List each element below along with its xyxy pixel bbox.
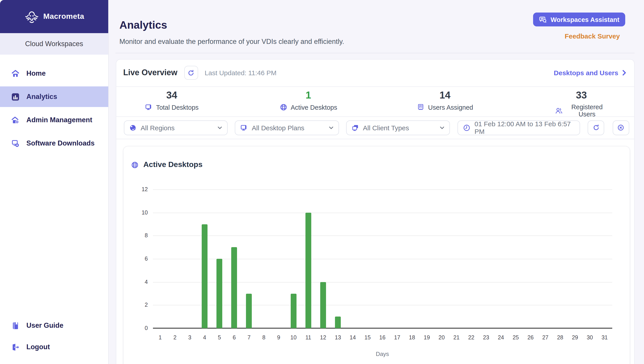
logout-door-icon (11, 343, 20, 351)
x-axis-tick-label: 20 (434, 334, 449, 341)
feedback-survey-link[interactable]: Feedback Survey (564, 32, 620, 40)
stat-label-text: Users Assigned (428, 104, 473, 111)
sidebar-item-admin-management[interactable]: Admin Management (0, 110, 108, 130)
live-overview-row: Live Overview Last Updated: 11:46 PM Des… (116, 59, 634, 86)
chevron-down-icon (217, 125, 222, 130)
bar-day-7 (246, 293, 252, 328)
circle-x-icon (617, 124, 624, 131)
sidebar-item-logout[interactable]: Logout (0, 337, 108, 357)
bar-day-5 (216, 259, 222, 328)
chevron-down-icon (328, 125, 334, 130)
sidebar-item-software-downloads[interactable]: Software Downloads (0, 133, 108, 153)
bar-chart-plot (153, 190, 612, 328)
monitor-icon (145, 103, 152, 111)
desktop-plan-filter-dropdown[interactable]: All Desktop Plans (235, 120, 339, 135)
chevron-right-icon (621, 70, 627, 76)
x-axis-tick-label: 22 (464, 334, 478, 341)
x-axis-tick-label: 7 (242, 334, 256, 341)
bar-chart-icon (11, 92, 20, 101)
x-axis-tick-label: 13 (330, 334, 345, 341)
refresh-icon (188, 69, 194, 77)
last-updated-text: Last Updated: 11:46 PM (204, 69, 276, 77)
x-axis-tick-label: 30 (582, 334, 597, 341)
x-axis-tick-label: 8 (256, 334, 271, 341)
sidebar-item-label: Logout (26, 343, 50, 351)
bar-day-4 (202, 224, 208, 328)
chart-title: Active Desktops (143, 160, 202, 169)
desktop-plan-filter-value: All Desktop Plans (252, 124, 304, 131)
x-axis-title: Days (153, 350, 612, 357)
users-icon (555, 107, 563, 114)
y-axis-tick-label: 6 (129, 256, 148, 262)
date-range-picker[interactable]: 01 Feb 12:00 AM to 13 Feb 6:57 PM (458, 120, 580, 135)
x-axis-tick-label: 21 (449, 334, 464, 341)
sidebar-item-home[interactable]: Home (0, 63, 108, 84)
x-axis-tick-label: 12 (316, 334, 330, 341)
book-icon (11, 321, 20, 330)
x-axis-tick-label: 14 (345, 334, 360, 341)
user-check-list-icon (417, 103, 424, 111)
region-filter-value: All Regions (141, 124, 175, 131)
chat-assistant-icon (539, 16, 547, 24)
x-axis-tick-label: 19 (420, 334, 434, 341)
y-axis-tick-label: 8 (129, 233, 148, 239)
x-axis-tick-label: 6 (227, 334, 242, 341)
date-range-value: 01 Feb 12:00 AM to 13 Feb 6:57 PM (474, 120, 575, 135)
bar-day-12 (320, 282, 326, 328)
stat-value: 1 (280, 90, 337, 101)
stat-value: 34 (145, 90, 198, 101)
sidebar-item-label: User Guide (26, 321, 63, 329)
admin-home-gear-icon (11, 116, 20, 124)
refresh-icon (592, 124, 600, 131)
globe-icon (131, 161, 138, 168)
x-axis-tick-label: 9 (271, 334, 286, 341)
x-axis-tick-label: 15 (360, 334, 375, 341)
macrometa-logo-icon (24, 10, 39, 23)
client-type-filter-dropdown[interactable]: All Client Types (346, 120, 450, 135)
x-axis-tick-label: 28 (553, 334, 568, 341)
filters-clear-button[interactable] (612, 120, 629, 135)
sidebar: Macrometa Cloud Workspaces HomeAnalytics… (0, 0, 109, 364)
main-content: Analytics Monitor and evaluate the perfo… (109, 0, 644, 364)
region-filter-dropdown[interactable]: All Regions (124, 120, 228, 135)
sidebar-item-label: Analytics (26, 93, 57, 101)
globe-region-icon (129, 124, 137, 131)
clock-icon (463, 124, 470, 131)
sidebar-item-label: Admin Management (26, 116, 92, 124)
active-desktops-chart-card: Active Desktops 024681012123456789101112… (123, 146, 630, 364)
x-axis-tick-label: 16 (375, 334, 390, 341)
sidebar-nav: HomeAnalyticsAdmin ManagementSoftware Do… (0, 63, 108, 153)
globe-icon (280, 103, 287, 111)
stat-label: Users Assigned (417, 103, 473, 111)
y-axis-tick-label: 0 (129, 325, 148, 331)
divider (116, 139, 634, 139)
desktops-and-users-link[interactable]: Desktops and Users (554, 69, 627, 77)
desktops-and-users-label: Desktops and Users (554, 69, 618, 77)
filters-refresh-button[interactable] (588, 120, 604, 135)
x-axis-tick-label: 31 (597, 334, 612, 341)
stat-label: Active Desktops (280, 103, 337, 111)
x-axis-tick-label: 1 (153, 334, 168, 341)
app-window: Macrometa Cloud Workspaces HomeAnalytics… (0, 0, 644, 364)
sidebar-footer-nav: User GuideLogout (0, 315, 108, 358)
brand-header: Macrometa (0, 0, 108, 33)
x-axis-tick-label: 25 (508, 334, 523, 341)
x-axis-tick-label: 11 (301, 334, 316, 341)
workspace-switcher[interactable]: Cloud Workspaces (0, 33, 108, 55)
gridline (153, 236, 612, 236)
home-icon (11, 69, 20, 78)
stats-row: 34Total Desktops1Active Desktops14Users … (116, 87, 634, 116)
devices-download-icon (11, 139, 20, 147)
gridline (153, 213, 612, 213)
stat-label-text: Active Desktops (291, 104, 337, 111)
workspaces-assistant-button[interactable]: Workspaces Assistant (533, 13, 625, 27)
sidebar-item-user-guide[interactable]: User Guide (0, 315, 108, 336)
stat-registered-users: 33Registered Users (555, 90, 608, 118)
x-axis-tick-label: 5 (212, 334, 227, 341)
bar-day-13 (335, 316, 341, 328)
client-devices-icon (351, 124, 359, 131)
stat-users-assigned: 14Users Assigned (417, 90, 473, 111)
sidebar-item-analytics[interactable]: Analytics (0, 86, 108, 107)
y-axis-tick-label: 10 (129, 209, 148, 216)
overview-refresh-button[interactable] (184, 66, 198, 80)
